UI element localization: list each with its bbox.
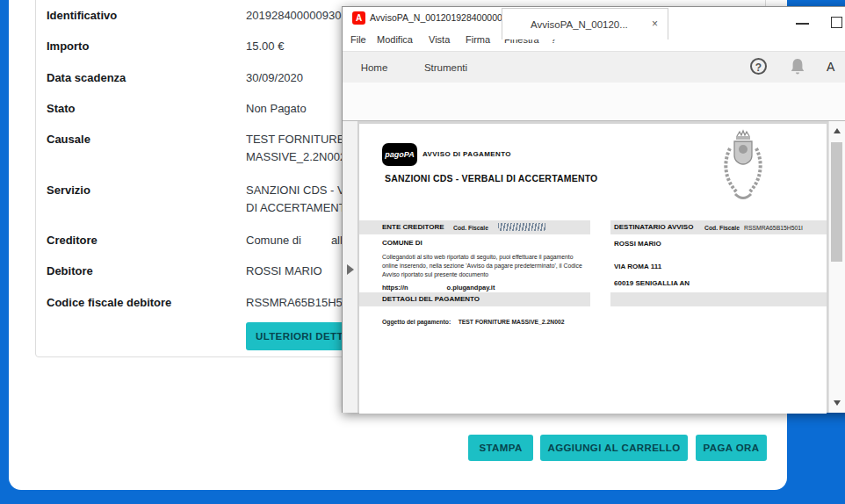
payment-info-paragraph: Collegandoti al sito web riportato di se… (382, 253, 589, 280)
destinatario-header-bar: DESTINATARIO AVVISO Cod. Fiscale RSSMRA6… (610, 220, 827, 234)
help-icon[interactable]: ? (750, 58, 767, 75)
redacted-cod-fiscale (498, 223, 545, 231)
vertical-scrollbar[interactable] (828, 121, 845, 413)
menu-firma[interactable]: Firma (466, 34, 490, 45)
municipal-coat-of-arms (719, 129, 767, 205)
value-creditore: Comune diall (246, 232, 343, 249)
label-creditore: Creditore (47, 234, 98, 247)
redacted-text (301, 235, 331, 244)
destinatario-cf-value: RSSMRA65B15H501I (744, 225, 803, 231)
dettagli-header-bar: DETTAGLI DEL PAGAMENTO (359, 292, 590, 306)
oggetto-row: Oggetto del pagamento: TEST FORNITURE MA… (382, 312, 565, 328)
menu-modifica[interactable]: Modifica (377, 34, 413, 45)
aggiungi-al-carrello-button[interactable]: AGGIUNGI AL CARRELLO (540, 435, 688, 461)
destinatario-cf-label: Cod. Fiscale (704, 225, 740, 231)
value-debitore: ROSSI MARIO (246, 263, 322, 280)
paga-ora-button[interactable]: PAGA ORA (696, 435, 767, 461)
document-area: pagoPA AVVISO DI PAGAMENTO SANZIONI CDS … (343, 121, 845, 413)
destinatario-avviso-label: DESTINATARIO AVVISO (614, 223, 693, 231)
destinatario-city: 60019 SENIGALLIA AN (614, 279, 690, 287)
expand-pane-icon[interactable] (347, 264, 354, 275)
comune-di-label: COMUNE DI (382, 239, 422, 247)
tab-close-icon[interactable]: × (652, 18, 658, 29)
pdf-service-title: SANZIONI CDS - VERBALI DI ACCERTAMENTO (385, 173, 598, 184)
label-debitore: Debitore (47, 264, 93, 277)
oggetto-value: TEST FORNITURE MASSIVE_2.2N002 (459, 319, 565, 325)
menu-file[interactable]: File (350, 34, 366, 45)
ente-creditore-label: ENTE CREDITORE (382, 223, 444, 231)
account-label[interactable]: A (827, 60, 834, 74)
acrobat-window: A AvvisoPA_N_001201928400000930.pdf - Ad… (342, 6, 845, 413)
menu-vista[interactable]: Vista (429, 34, 450, 45)
scroll-up-icon[interactable] (834, 128, 841, 133)
payment-url: https://no.plugandpay.it (382, 284, 495, 292)
ente-creditore-header-bar: ENTE CREDITORE Cod. Fiscale (359, 220, 590, 234)
value-causale-line2: MASSIVE_2.2N002 (246, 148, 346, 166)
value-importo: 15.00 € (246, 38, 284, 55)
pdf-page: pagoPA AVVISO DI PAGAMENTO SANZIONI CDS … (359, 124, 827, 414)
avviso-di-pagamento-label: AVVISO DI PAGAMENTO (422, 150, 511, 158)
oggetto-label: Oggetto del pagamento: (382, 319, 451, 325)
value-identificativo: 201928400000930 (246, 7, 341, 25)
tab-bar: Home Strumenti (343, 51, 845, 83)
minimize-button[interactable] (796, 23, 809, 25)
label-identificativo: Identificativo (47, 9, 117, 22)
value-data-scadenza: 30/09/2020 (246, 69, 303, 87)
dettagli-header-bar-right (610, 292, 827, 306)
tab-document-label: AvvisoPA_N_00120... (531, 19, 628, 30)
bell-icon[interactable] (789, 57, 806, 76)
acrobat-app-icon: A (352, 11, 365, 25)
label-codice-fiscale-debitore: Codice fiscale debitore (47, 296, 171, 309)
creditore-suffix: all (331, 234, 343, 247)
screen: { "page": { "detail_rows": [ { "label": … (0, 0, 845, 504)
creditore-prefix: Comune di (246, 234, 301, 247)
value-causale-line1: TEST FORNITURE (246, 131, 344, 148)
value-servizio-line2: DI ACCERTAMENTO (246, 199, 355, 217)
scroll-down-icon[interactable] (834, 400, 841, 406)
scrollbar-thumb[interactable] (831, 142, 842, 262)
destinatario-address: VIA ROMA 111 (614, 263, 661, 270)
destinatario-name: ROSSI MARIO (614, 240, 661, 248)
tab-home[interactable]: Home (350, 52, 399, 83)
label-stato: Stato (47, 102, 76, 115)
label-data-scadenza: Data scadenza (47, 71, 126, 84)
label-importo: Importo (47, 40, 89, 53)
tab-strumenti[interactable]: Strumenti (408, 52, 483, 83)
label-causale: Causale (47, 133, 90, 146)
dettagli-pagamento-label: DETTAGLI DEL PAGAMENTO (382, 295, 480, 303)
tab-document[interactable]: AvvisoPA_N_00120... × (502, 8, 668, 40)
payment-url-prefix: https://n (382, 284, 408, 292)
payment-url-suffix: o.plugandpay.it (447, 284, 495, 292)
label-servizio: Servizio (47, 184, 90, 197)
pagopa-logo: pagoPA (382, 143, 417, 166)
stampa-button[interactable]: STAMPA (468, 435, 533, 461)
maximize-button[interactable] (831, 17, 842, 28)
value-stato: Non Pagato (246, 100, 307, 118)
navigation-pane-strip (343, 121, 358, 413)
toolbar: 1 / 1 59,3% ••• (343, 83, 845, 121)
ente-cf-label: Cod. Fiscale (453, 225, 488, 231)
